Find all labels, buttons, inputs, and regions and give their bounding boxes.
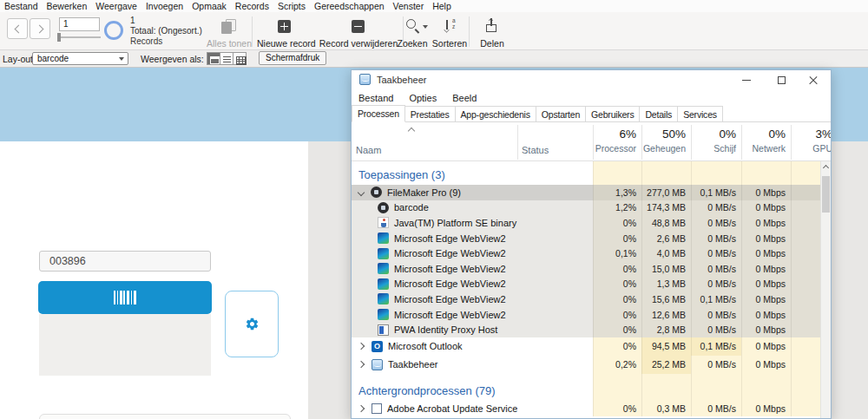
sort-button[interactable]: Sorteren (429, 38, 470, 49)
list-view-button[interactable] (220, 52, 233, 65)
record-count-summary: 1 Totaal: (Ongesort.) Records (130, 16, 202, 47)
maximize-button[interactable] (764, 70, 799, 90)
process-row[interactable]: Microsoft Outlook0%94,5 MB0,1 MB/s0 Mbps (352, 337, 831, 356)
form-view-button[interactable] (207, 52, 220, 65)
vertical-scrollbar[interactable] (820, 161, 831, 418)
sort-ascending-icon (408, 128, 415, 134)
previous-record-button[interactable] (7, 18, 28, 39)
menu-venster[interactable]: Venster (389, 1, 429, 11)
chevron-up-icon (823, 165, 829, 171)
tab-processen[interactable]: Processen (352, 105, 405, 122)
barcode-input-field[interactable]: 003896 (39, 251, 211, 272)
tab-app-geschiedenis[interactable]: App-geschiedenis (455, 106, 536, 121)
status-cell (517, 277, 593, 292)
mem-cell: 2,6 MB (641, 231, 691, 246)
table-view-button[interactable] (233, 52, 247, 65)
search-dropdown-caret-icon[interactable] (423, 25, 428, 29)
disk-cell: 0 MB/s (691, 277, 741, 292)
record-slider-track[interactable] (57, 36, 101, 38)
record-count-current: 1 (130, 16, 202, 26)
chevron-right-icon[interactable] (358, 361, 365, 368)
settings-button[interactable] (225, 291, 279, 357)
process-name: Microsoft Edge WebView2 (394, 294, 506, 304)
tab-gebruikers[interactable]: Gebruikers (585, 106, 640, 121)
preview-button[interactable]: Schermafdruk (259, 51, 326, 65)
next-record-button[interactable] (30, 18, 50, 39)
edge-icon (378, 293, 389, 304)
process-row[interactable]: barcode1,2%174,3 MB0 MB/s0 Mbps (352, 200, 831, 216)
chevron-down-icon[interactable] (358, 189, 365, 196)
process-row[interactable]: Microsoft Edge WebView20%2,6 MB0 MB/s0 M… (352, 231, 831, 246)
close-button[interactable] (796, 70, 831, 90)
column-header-geheugen[interactable]: 50% Geheugen (641, 127, 691, 160)
menu-invoegen[interactable]: Invoegen (141, 1, 187, 11)
menu-scripts[interactable]: Scripts (273, 1, 310, 11)
tab-prestaties[interactable]: Prestaties (404, 106, 456, 121)
process-row[interactable]: PWA Identity Proxy Host0%2,8 MB0 MB/s0 M… (352, 322, 831, 337)
menu-bewerken[interactable]: Bewerken (43, 1, 92, 11)
column-header-netwerk[interactable]: 0% Netwerk (741, 127, 791, 160)
taskmanager-menubar: BestandOptiesBeeld (352, 90, 831, 106)
status-cell (517, 185, 593, 200)
taskmanager-menu-bestand[interactable]: Bestand (358, 93, 393, 103)
edge-icon (378, 309, 389, 320)
minimize-button[interactable] (729, 70, 764, 90)
chevron-right-icon[interactable] (358, 404, 365, 411)
tab-opstarten[interactable]: Opstarten (536, 106, 586, 121)
column-header-status[interactable]: Status (522, 145, 549, 155)
found-set-pie-icon[interactable] (104, 21, 123, 40)
process-row[interactable]: Microsoft Edge WebView20%12,6 MB0 MB/s0 … (352, 307, 831, 323)
process-name: Taakbeheer (388, 359, 438, 370)
new-record-button[interactable]: Nieuwe record (257, 38, 312, 49)
taskmanager-menu-beeld[interactable]: Beeld (452, 93, 477, 103)
process-row[interactable]: Microsoft Edge WebView20%15,0 MB0 MB/s0 … (352, 261, 831, 277)
net-cell: 0 Mbps (741, 261, 791, 277)
column-header-schijf[interactable]: 0% Schijf (691, 127, 741, 160)
menu-bestand[interactable]: Bestand (0, 1, 43, 11)
menu-opmaak[interactable]: Opmaak (187, 1, 231, 11)
scrollbar-thumb[interactable] (822, 176, 830, 213)
process-row[interactable]: Taakbeheer0,2%25,2 MB0 MB/s0 Mbps (352, 356, 831, 374)
status-cell (517, 356, 593, 374)
layout-select[interactable]: barcode (32, 52, 128, 65)
menu-gereedschappen[interactable]: Gereedschappen (310, 1, 389, 11)
process-name: Microsoft Edge WebView2 (394, 278, 506, 289)
scan-barcode-button[interactable] (38, 281, 212, 314)
column-header-processor[interactable]: 6% Processor (593, 127, 641, 160)
process-name: Toepassingen (3) (358, 168, 445, 181)
cpu-cell: 1,2% (593, 200, 641, 216)
taskmanager-titlebar[interactable]: Taakbeheer (352, 70, 831, 90)
find-button[interactable]: Zoeken (392, 38, 432, 49)
scroll-up-button[interactable] (821, 161, 831, 173)
process-name: Java(TM) Platform SE binary (394, 218, 516, 228)
cpu-cell: 0% (593, 291, 641, 307)
column-header-gpu[interactable]: 3% GPU (791, 127, 832, 160)
process-row[interactable]: Microsoft Edge WebView20,1%4,0 MB0 MB/s0… (352, 246, 831, 261)
cpu-cell: 0% (593, 337, 641, 356)
process-row[interactable]: Microsoft Edge WebView20%1,3 MB0 MB/s0 M… (352, 277, 831, 292)
menu-records[interactable]: Records (231, 1, 273, 11)
process-row[interactable]: Adobe Acrobat Update Service (...0%0,3 M… (352, 401, 831, 416)
mem-cell: 25,2 MB (641, 356, 691, 374)
process-row[interactable]: FileMaker Pro (9)1,3%277,0 MB0,1 MB/s0 M… (352, 185, 831, 200)
menu-help[interactable]: Help (428, 1, 456, 11)
process-row[interactable]: Microsoft Edge WebView20%15,6 MB0,1 MB/s… (352, 291, 831, 307)
tab-details[interactable]: Details (639, 106, 678, 121)
show-all-button[interactable]: Alles tonen (203, 38, 255, 49)
record-number-input[interactable]: 1 (59, 17, 100, 31)
process-rows: Toepassingen (3)FileMaker Pro (9)1,3%277… (352, 161, 831, 418)
column-header-naam[interactable]: Naam (356, 145, 381, 155)
menu-weergave[interactable]: Weergave (91, 1, 141, 11)
taskmanager-menu-opties[interactable]: Opties (409, 93, 437, 103)
process-group-row[interactable]: Toepassingen (3) (352, 161, 831, 185)
process-row[interactable]: Java(TM) Platform SE binary0%48,8 MB0 MB… (352, 215, 831, 231)
chevron-right-icon[interactable] (358, 343, 365, 350)
delete-record-button[interactable]: Record verwijderen (318, 38, 399, 49)
cpu-cell: 0,1% (593, 246, 641, 261)
record-slider-handle[interactable] (57, 33, 61, 42)
tab-services[interactable]: Services (677, 106, 723, 121)
process-group-row[interactable]: Achtergrondprocessen (79) (352, 374, 831, 401)
net-cell (741, 374, 791, 401)
share-button[interactable]: Delen (476, 38, 509, 49)
net-cell: 0 Mbps (741, 277, 791, 292)
